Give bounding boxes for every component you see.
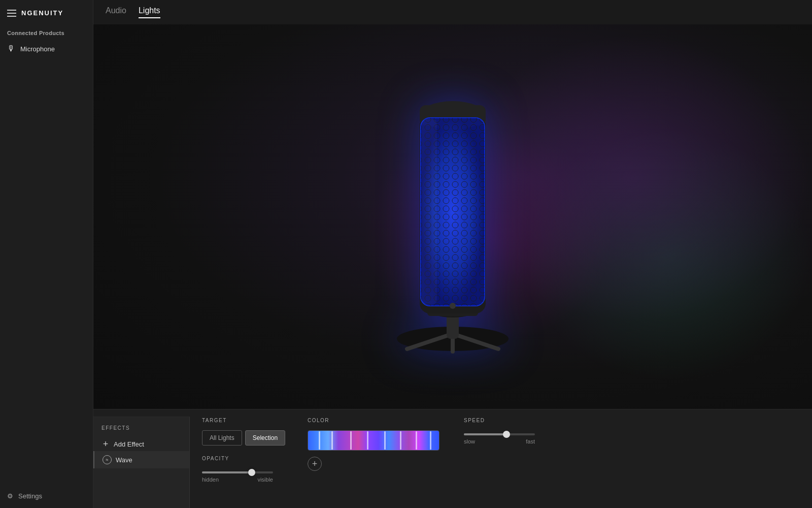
speed-min-label: slow xyxy=(464,438,475,444)
opacity-max-label: visible xyxy=(257,477,273,483)
speed-max-label: fast xyxy=(526,438,535,444)
target-title: TARGET xyxy=(202,418,293,423)
opacity-labels: hidden visible xyxy=(202,477,273,483)
color-title: COLOR xyxy=(308,418,450,423)
target-panel: TARGET All Lights Selection OPACITY hidd… xyxy=(202,418,293,493)
main-content: Audio Lights xyxy=(93,0,812,508)
color-marker[interactable] xyxy=(384,431,386,450)
color-marker[interactable] xyxy=(350,431,352,450)
speed-panel: SPEED slow fast xyxy=(464,418,545,493)
selection-button[interactable]: Selection xyxy=(245,430,285,446)
color-marker[interactable] xyxy=(319,431,320,450)
settings-item[interactable]: ⚙ Settings xyxy=(0,484,93,508)
wave-icon: ≈ xyxy=(103,455,112,464)
color-gradient-bar[interactable] xyxy=(308,430,439,451)
opacity-slider-container: hidden visible xyxy=(202,471,293,493)
tab-audio[interactable]: Audio xyxy=(106,6,126,18)
color-marker[interactable] xyxy=(367,431,368,450)
add-effect-button[interactable]: + Add Effect xyxy=(93,437,189,451)
sidebar-item-microphone[interactable]: 🎙 Microphone xyxy=(0,40,93,57)
svg-point-16 xyxy=(450,303,456,309)
speed-title: SPEED xyxy=(464,418,545,423)
opacity-fill xyxy=(202,471,252,473)
color-marker[interactable] xyxy=(430,431,431,450)
mic-container xyxy=(387,75,519,359)
hamburger-icon[interactable] xyxy=(7,10,16,17)
effects-section-label: EFFECTS xyxy=(93,425,189,437)
microphone-svg xyxy=(387,75,519,359)
target-buttons: All Lights Selection xyxy=(202,430,293,446)
sidebar-item-label: Microphone xyxy=(20,45,55,53)
tab-lights[interactable]: Lights xyxy=(139,6,160,18)
effects-panel: EFFECTS + Add Effect ≈ Wave xyxy=(93,417,190,508)
sidebar: NGENUITY Connected Products 🎙 Microphone… xyxy=(0,0,93,508)
app-logo: NGENUITY xyxy=(21,9,63,17)
opacity-thumb[interactable] xyxy=(248,469,255,476)
color-marker[interactable] xyxy=(416,431,417,450)
plus-icon: + xyxy=(101,440,110,448)
all-lights-button[interactable]: All Lights xyxy=(202,430,242,446)
microphone-icon: 🎙 xyxy=(7,44,15,53)
speed-track xyxy=(464,433,535,435)
mic-display xyxy=(93,24,812,409)
bottom-controls: EFFECTS + Add Effect ≈ Wave TARGET All L… xyxy=(93,409,812,508)
speed-labels: slow fast xyxy=(464,438,535,444)
speed-fill xyxy=(464,433,506,435)
wave-effect-item[interactable]: ≈ Wave xyxy=(93,451,189,468)
speed-thumb[interactable] xyxy=(503,431,510,438)
opacity-track xyxy=(202,471,273,473)
settings-label: Settings xyxy=(18,492,42,500)
opacity-title: OPACITY xyxy=(202,456,293,461)
connected-products-label: Connected Products xyxy=(0,22,93,40)
right-controls: TARGET All Lights Selection OPACITY hidd… xyxy=(190,409,812,501)
wave-label: Wave xyxy=(116,456,132,464)
color-marker[interactable] xyxy=(400,431,401,450)
sidebar-header: NGENUITY xyxy=(0,0,93,22)
add-effect-label: Add Effect xyxy=(114,440,144,448)
gear-icon: ⚙ xyxy=(7,492,13,500)
opacity-min-label: hidden xyxy=(202,477,219,483)
top-nav: Audio Lights xyxy=(93,0,812,24)
add-color-button[interactable]: + xyxy=(308,457,322,471)
svg-rect-15 xyxy=(422,119,437,305)
color-panel: COLOR + xyxy=(308,418,450,493)
color-marker[interactable] xyxy=(331,431,333,450)
color-markers xyxy=(308,431,439,450)
